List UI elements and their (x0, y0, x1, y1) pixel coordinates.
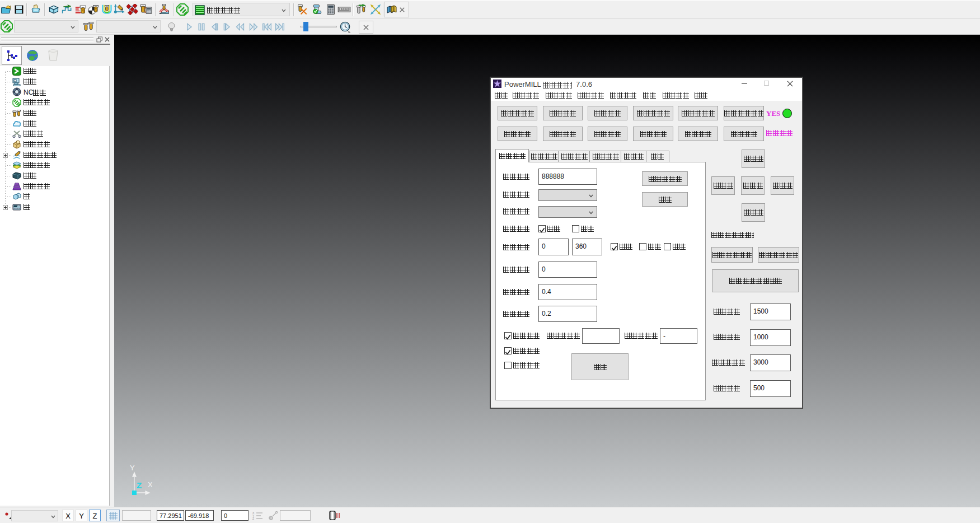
svg-text:Y: Y (130, 465, 135, 472)
svg-text:Z: Z (137, 480, 142, 490)
svg-text:X: X (148, 480, 152, 489)
svg-text:Z: Z (252, 517, 254, 520)
